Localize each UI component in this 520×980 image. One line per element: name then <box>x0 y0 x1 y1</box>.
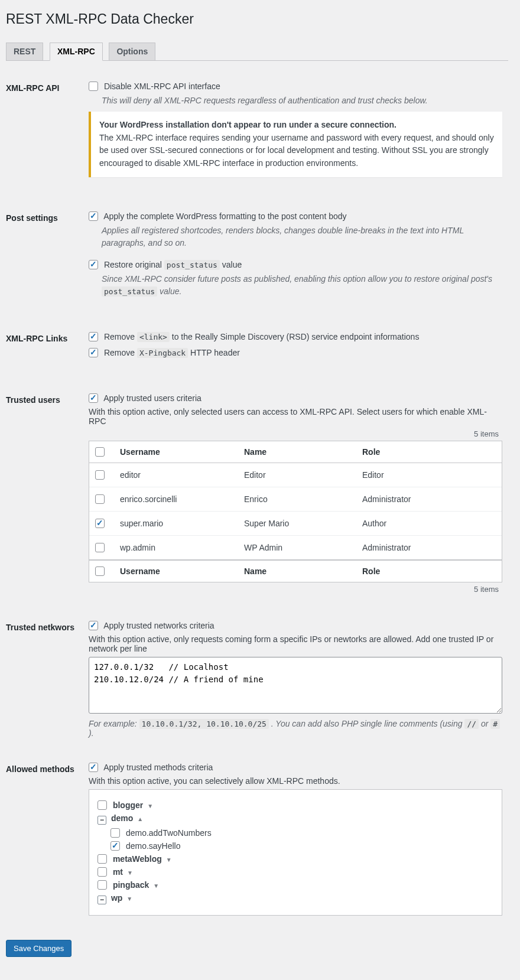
code-example-nets: 10.10.0.1/32, 10.10.10.0/25 <box>139 719 269 729</box>
user-username: editor <box>114 463 238 487</box>
restore-status-text-post: value <box>220 260 242 269</box>
code-slashslash: // <box>464 719 479 729</box>
trusted-users-apply-label[interactable]: Apply trusted users criteria <box>89 393 202 403</box>
table-row: enrico.sorcinelliEnricoAdministrator <box>89 487 502 511</box>
table-row: editorEditorEditor <box>89 463 502 487</box>
tree-group-checkbox[interactable] <box>98 854 107 864</box>
tree-leaf-label: demo.addTwoNumbers <box>126 828 212 838</box>
restore-status-label[interactable]: Restore original post_status value <box>89 260 242 269</box>
restore-status-desc: Since XML-RPC consider future posts as p… <box>102 273 502 298</box>
tree-toggle-icon[interactable]: − <box>98 816 106 825</box>
user-username: super.mario <box>114 511 238 535</box>
remove-rsd-checkbox[interactable] <box>89 332 98 341</box>
trusted-networks-apply-label[interactable]: Apply trusted networks criteria <box>89 621 214 630</box>
disable-xmlrpc-checkbox[interactable] <box>89 82 98 91</box>
remove-pingback-label[interactable]: Remove X-Pingback HTTP header <box>89 348 240 357</box>
trusted-methods-apply-label[interactable]: Apply trusted methods criteria <box>89 763 213 772</box>
format-content-text: Apply the complete WordPress formatting … <box>103 211 346 221</box>
caret-down-icon: ▼ <box>153 883 159 889</box>
trusted-methods-subtext: With this option active, you can selecti… <box>89 776 502 786</box>
disable-xmlrpc-text: Disable XML-RPC API interface <box>104 82 220 91</box>
trusted-users-subtext: With this option active, only selected u… <box>89 407 502 426</box>
users-col-role[interactable]: Role <box>356 441 502 463</box>
ssl-warning-body: The XML-RPC interface requires sending y… <box>99 133 494 168</box>
format-content-desc: Applies all registered shortcodes, rende… <box>102 224 502 249</box>
user-displayname: Editor <box>238 463 356 487</box>
user-displayname: Enrico <box>238 487 356 511</box>
tree-leaf: demo.sayHello <box>110 841 493 851</box>
trusted-methods-apply-checkbox[interactable] <box>89 763 98 772</box>
tree-group-label[interactable]: pingback <box>113 880 149 890</box>
tree-group-label[interactable]: blogger <box>113 800 143 810</box>
tree-group-label[interactable]: mt <box>113 867 123 877</box>
remove-pingback-checkbox[interactable] <box>89 348 98 357</box>
users-table-scroll[interactable]: editorEditorEditorenrico.sorcinelliEnric… <box>89 463 502 560</box>
users-item-count-bottom: 5 items <box>89 585 502 594</box>
code-x-pingback: X-Pingback <box>137 348 188 358</box>
section-heading-post-settings: Post settings <box>6 201 89 322</box>
user-username: enrico.sorcinelli <box>114 487 238 511</box>
trusted-users-apply-checkbox[interactable] <box>89 393 98 403</box>
caret-down-icon: ▼ <box>166 857 172 863</box>
tree-leaf-checkbox[interactable] <box>110 841 120 851</box>
user-displayname: WP Admin <box>238 535 356 559</box>
tab-options[interactable]: Options <box>109 43 155 60</box>
tab-rest[interactable]: REST <box>6 43 43 60</box>
disable-xmlrpc-desc: This will deny all XML-RPC requests rega… <box>102 95 502 107</box>
tree-group-label[interactable]: metaWeblog <box>113 854 162 864</box>
user-username: wp.admin <box>114 535 238 559</box>
tree-node: − demo ▲ <box>98 813 493 825</box>
format-content-checkbox[interactable] <box>89 211 98 221</box>
caret-down-icon: ▼ <box>126 896 132 902</box>
caret-down-icon: ▼ <box>127 870 133 876</box>
users-item-count-top: 5 items <box>89 429 502 438</box>
ssl-warning-notice: Your WordPress installation don't appear… <box>89 112 502 177</box>
tab-xml-rpc[interactable]: XML-RPC <box>50 43 103 61</box>
section-heading-links: XML-RPC Links <box>6 322 89 383</box>
code-hash: # <box>490 719 500 729</box>
tree-group-label[interactable]: demo <box>111 813 133 823</box>
methods-tree: blogger ▼− demo ▲ demo.addTwoNumbers dem… <box>89 789 502 916</box>
section-heading-trusted-networks: Trusted netkwors <box>6 611 89 753</box>
code-post-status-2: post_status <box>102 286 157 297</box>
tree-node: metaWeblog ▼ <box>98 854 493 864</box>
user-row-checkbox[interactable] <box>95 494 105 504</box>
code-link-tag: <link> <box>137 332 170 342</box>
users-col-name-foot: Name <box>238 560 356 582</box>
tree-leaf-checkbox[interactable] <box>110 828 120 838</box>
users-select-all-bottom[interactable] <box>95 566 105 576</box>
user-row-checkbox[interactable] <box>95 519 105 528</box>
tree-node: − wp ▼ <box>98 893 493 904</box>
users-col-username[interactable]: Username <box>114 441 238 463</box>
trusted-networks-textarea[interactable] <box>89 657 502 714</box>
tree-leaf-label: demo.sayHello <box>126 841 181 851</box>
users-table-wrap: Username Name Role editorEditorEditorenr… <box>89 441 502 582</box>
restore-status-checkbox[interactable] <box>89 260 98 269</box>
page-title: REST XML-RPC Data Checker <box>6 6 508 30</box>
users-select-all-top[interactable] <box>95 447 105 457</box>
tab-bar: REST XML-RPC Options <box>6 37 508 61</box>
remove-rsd-label[interactable]: Remove <link> to the Really Simple Disco… <box>89 332 419 341</box>
tree-node: mt ▼ <box>98 867 493 877</box>
tree-toggle-icon[interactable]: − <box>98 896 106 904</box>
user-displayname: Super Mario <box>238 511 356 535</box>
users-col-username-foot: Username <box>114 560 238 582</box>
tree-group-label[interactable]: wp <box>111 893 122 903</box>
caret-down-icon: ▼ <box>147 803 153 809</box>
tree-group-checkbox[interactable] <box>98 800 107 810</box>
trusted-networks-apply-checkbox[interactable] <box>89 621 98 630</box>
disable-xmlrpc-label[interactable]: Disable XML-RPC API interface <box>89 82 220 91</box>
section-heading-xmlrpc-api: XML-RPC API <box>6 71 89 201</box>
format-content-label[interactable]: Apply the complete WordPress formatting … <box>89 211 347 221</box>
tree-group-checkbox[interactable] <box>98 880 107 890</box>
user-row-checkbox[interactable] <box>95 543 105 552</box>
save-changes-button[interactable]: Save Changes <box>6 940 72 957</box>
user-role: Editor <box>356 463 502 487</box>
trusted-networks-subtext: With this option active, only requests c… <box>89 634 502 653</box>
code-post-status: post_status <box>164 260 220 270</box>
tree-group-checkbox[interactable] <box>98 867 107 877</box>
trusted-networks-example: For example: 10.10.0.1/32, 10.10.10.0/25… <box>89 719 502 738</box>
table-row: super.marioSuper MarioAuthor <box>89 511 502 535</box>
users-col-name[interactable]: Name <box>238 441 356 463</box>
user-row-checkbox[interactable] <box>95 470 105 480</box>
